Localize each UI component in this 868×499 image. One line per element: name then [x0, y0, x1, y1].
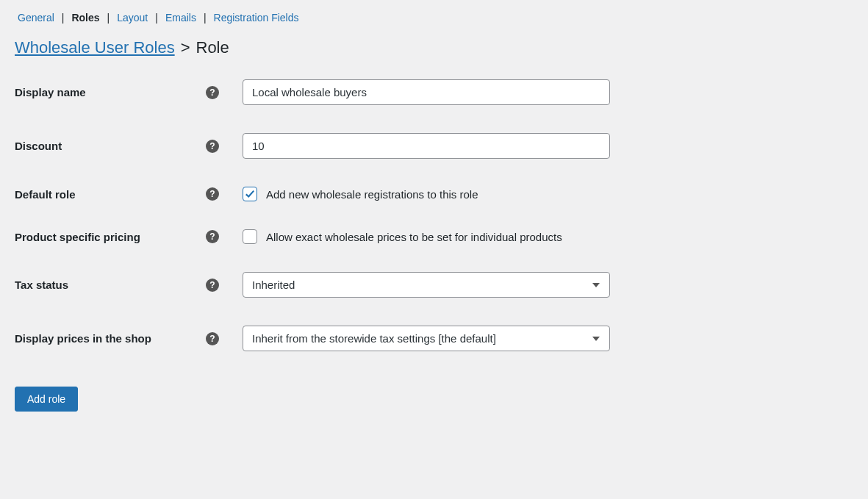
- help-icon[interactable]: ?: [206, 187, 219, 201]
- row-display-name: Display name ?: [15, 79, 853, 105]
- tab-general[interactable]: General: [15, 12, 57, 24]
- discount-input[interactable]: [243, 133, 610, 159]
- tab-separator: |: [107, 12, 110, 24]
- breadcrumb-separator: >: [181, 38, 190, 57]
- tax-status-select[interactable]: Inherited: [243, 272, 610, 298]
- role-form: Display name ? Discount ? Default role ?…: [15, 79, 853, 351]
- tab-separator: |: [62, 12, 65, 24]
- breadcrumb: Wholesale User Roles > Role: [15, 38, 853, 57]
- breadcrumb-root[interactable]: Wholesale User Roles: [15, 38, 175, 57]
- product-pricing-checkbox-label: Allow exact wholesale prices to be set f…: [266, 231, 562, 243]
- add-role-button[interactable]: Add role: [15, 387, 78, 412]
- row-product-pricing: Product specific pricing ? Allow exact w…: [15, 229, 853, 244]
- help-icon[interactable]: ?: [206, 332, 219, 345]
- product-pricing-label: Product specific pricing: [15, 231, 206, 243]
- display-name-input[interactable]: [243, 79, 610, 105]
- discount-label: Discount: [15, 140, 206, 152]
- row-default-role: Default role ? Add new wholesale registr…: [15, 187, 853, 201]
- help-icon[interactable]: ?: [206, 230, 219, 243]
- tab-roles[interactable]: Roles: [68, 12, 102, 24]
- display-prices-select[interactable]: Inherit from the storewide tax settings …: [243, 326, 610, 351]
- settings-nav-tabs: General | Roles | Layout | Emails | Regi…: [15, 12, 853, 24]
- default-role-checkbox-label: Add new wholesale registrations to this …: [266, 188, 478, 201]
- check-icon: [245, 189, 255, 199]
- default-role-checkbox[interactable]: [243, 187, 257, 201]
- tab-emails[interactable]: Emails: [162, 12, 199, 24]
- breadcrumb-current: Role: [196, 38, 229, 57]
- row-discount: Discount ?: [15, 133, 853, 159]
- row-display-prices: Display prices in the shop ? Inherit fro…: [15, 326, 853, 351]
- display-prices-label: Display prices in the shop: [15, 332, 206, 345]
- default-role-label: Default role: [15, 188, 206, 201]
- help-icon[interactable]: ?: [206, 140, 219, 153]
- row-tax-status: Tax status ? Inherited: [15, 272, 853, 298]
- tab-separator: |: [204, 12, 207, 24]
- tab-separator: |: [155, 12, 158, 24]
- tax-status-label: Tax status: [15, 279, 206, 291]
- product-pricing-checkbox[interactable]: [243, 229, 257, 244]
- display-name-label: Display name: [15, 86, 206, 98]
- help-icon[interactable]: ?: [206, 279, 219, 292]
- help-icon[interactable]: ?: [206, 86, 219, 99]
- tab-registration-fields[interactable]: Registration Fields: [211, 12, 302, 24]
- tab-layout[interactable]: Layout: [114, 12, 151, 24]
